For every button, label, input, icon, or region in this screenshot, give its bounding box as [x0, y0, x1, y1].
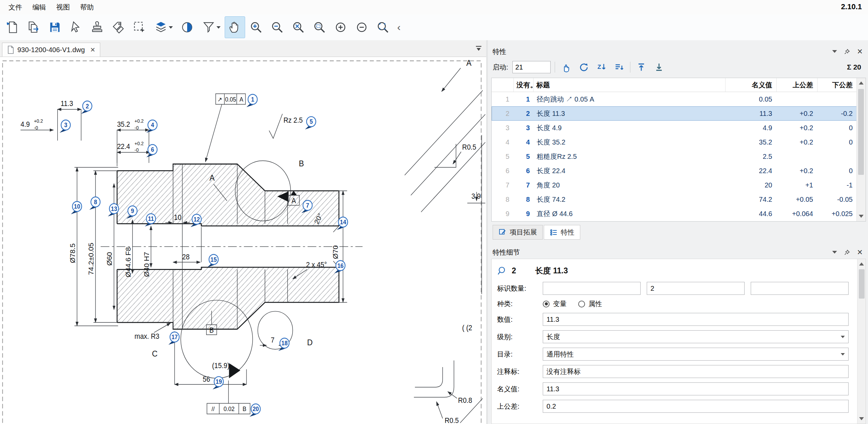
renumber-button[interactable] [577, 60, 590, 74]
svg-text:B: B [242, 406, 246, 413]
tab-list-menu-icon[interactable] [475, 44, 483, 53]
save-button[interactable] [45, 16, 65, 38]
table-row[interactable]: 44长度 35.235.2+0.20 [492, 135, 857, 149]
table-row[interactable]: 11径向跳动 ↗ 0.05 A0.05 [492, 92, 857, 106]
scroll-thumb[interactable] [858, 89, 864, 175]
id-count-input-3[interactable] [751, 282, 849, 295]
balloon-3[interactable]: 3 [60, 120, 71, 133]
layers-caret-icon[interactable] [169, 26, 173, 29]
pan-tool-button[interactable] [225, 16, 245, 38]
nominal-input[interactable] [543, 382, 849, 395]
note-input[interactable] [543, 365, 849, 378]
svg-text:11.3: 11.3 [61, 99, 73, 107]
upper-tol-input[interactable] [543, 400, 849, 413]
start-count-input[interactable] [512, 61, 551, 73]
cell-lower: +0.025 [817, 210, 857, 218]
balloon-19[interactable]: 19 [213, 377, 224, 390]
filter-caret-icon[interactable] [216, 26, 221, 29]
id-count-input-1[interactable] [543, 282, 641, 295]
table-scrollbar[interactable] [856, 78, 866, 221]
close-icon[interactable]: × [857, 248, 863, 257]
balloon-1[interactable]: 1 [246, 94, 257, 107]
id-count-input-2[interactable] [647, 282, 745, 295]
balloon-18[interactable]: 18 [278, 338, 289, 351]
svg-text:3: 3 [64, 122, 67, 129]
open-document-button[interactable] [24, 16, 44, 38]
balloon-2[interactable]: 2 [81, 101, 92, 114]
increase-circle-button[interactable] [330, 16, 351, 38]
balloon-8[interactable]: 8 [89, 197, 100, 210]
value-input[interactable] [543, 313, 849, 326]
stamp-tool-button[interactable] [87, 16, 107, 38]
pin-icon[interactable] [844, 48, 850, 55]
panel-menu-chevron-icon[interactable] [832, 50, 837, 53]
document-tab[interactable]: 930-1200-406-V1.dwg × [2, 43, 100, 57]
table-row[interactable]: 99直径 Ø 44.644.6+0.064+0.025 [492, 207, 857, 221]
table-row[interactable]: 77角度 2020+1-1 [492, 178, 857, 192]
zoom-in-button[interactable] [246, 16, 266, 38]
panel-menu-chevron-icon[interactable] [832, 251, 837, 254]
menu-file[interactable]: 文件 [3, 1, 27, 14]
z-order-button[interactable]: Z [595, 60, 608, 74]
table-row[interactable]: 22长度 11.311.3+0.2-0.2 [492, 106, 857, 121]
radio-attribute[interactable] [578, 301, 585, 307]
table-row[interactable]: 55粗糙度Rz 2.52.5 [492, 149, 857, 164]
move-top-button[interactable] [634, 60, 648, 74]
zoom-fit-button[interactable] [288, 16, 309, 38]
cell-upper: +0.2 [776, 138, 817, 146]
header-title[interactable]: 标题 [533, 78, 725, 92]
table-row[interactable]: 33长度 4.94.9+0.20 [492, 121, 857, 135]
sort-list-button[interactable] [612, 60, 626, 74]
table-row[interactable]: 66长度 22.422.4+0.20 [492, 164, 857, 178]
tab-properties[interactable]: 特性 [544, 225, 580, 240]
balloon-17[interactable]: 17 [168, 332, 179, 345]
header-upper[interactable]: 上公差 [776, 78, 817, 92]
menu-edit[interactable]: 编辑 [27, 1, 51, 14]
header-no[interactable]: 没有。 [513, 78, 533, 92]
scroll-down-icon[interactable] [859, 215, 864, 218]
catalog-select[interactable]: 通用特性 [543, 348, 849, 361]
scroll-up-icon[interactable] [859, 81, 864, 85]
balloon-5[interactable]: 5 [305, 117, 316, 130]
document-tabstrip: 930-1200-406-V1.dwg × [0, 40, 486, 57]
scroll-thumb[interactable] [859, 269, 865, 299]
invert-display-button[interactable] [177, 16, 197, 38]
hand-tool-button[interactable] [559, 60, 573, 74]
scroll-down-icon[interactable] [859, 417, 864, 420]
balloon-4[interactable]: 4 [146, 120, 157, 133]
balloon-10[interactable]: 10 [71, 201, 82, 214]
select-tool-button[interactable] [66, 16, 86, 38]
zoom-window-button[interactable] [309, 16, 330, 38]
tab-project-extension[interactable]: 项目拓展 [493, 225, 543, 240]
pin-icon[interactable] [844, 249, 850, 256]
tag-tool-button[interactable] [108, 16, 129, 38]
svg-text:Rz 2.5: Rz 2.5 [283, 116, 303, 124]
filter-button[interactable] [198, 16, 224, 38]
details-scrollbar[interactable] [857, 259, 866, 424]
layers-button[interactable] [150, 16, 176, 38]
header-lower[interactable]: 下公差 [817, 78, 857, 92]
table-row[interactable]: 88长度 74.274.2+0.05-0.05 [492, 192, 857, 207]
toolbar-collapse-chevron[interactable]: ‹ [394, 16, 404, 38]
zoom-selection-button[interactable] [373, 16, 393, 38]
zoom-out-button[interactable] [267, 16, 287, 38]
menu-view[interactable]: 视图 [51, 1, 75, 14]
marquee-select-button[interactable] [129, 16, 150, 38]
move-bottom-button[interactable] [652, 60, 666, 74]
new-document-button[interactable] [2, 16, 23, 38]
menu-help[interactable]: 帮助 [75, 1, 99, 14]
drawing-canvas[interactable]: ↗ 0.05 A // 0.02 B A B [0, 57, 486, 424]
svg-text:R0.5: R0.5 [445, 416, 459, 424]
tab-close-icon[interactable]: × [90, 46, 95, 54]
balloon-6[interactable]: 6 [146, 145, 157, 157]
svg-text:10: 10 [174, 213, 181, 221]
balloon-20[interactable]: 20 [250, 404, 260, 417]
svg-text:+0.2: +0.2 [34, 118, 43, 124]
radio-variable[interactable] [543, 301, 550, 307]
level-select[interactable]: 长度 [543, 330, 849, 343]
decrease-circle-button[interactable] [351, 16, 372, 38]
header-nominal[interactable]: 名义值 [725, 78, 776, 92]
close-icon[interactable]: × [857, 47, 863, 56]
scroll-up-icon[interactable] [859, 262, 864, 266]
balloon-15[interactable]: 15 [208, 254, 219, 267]
